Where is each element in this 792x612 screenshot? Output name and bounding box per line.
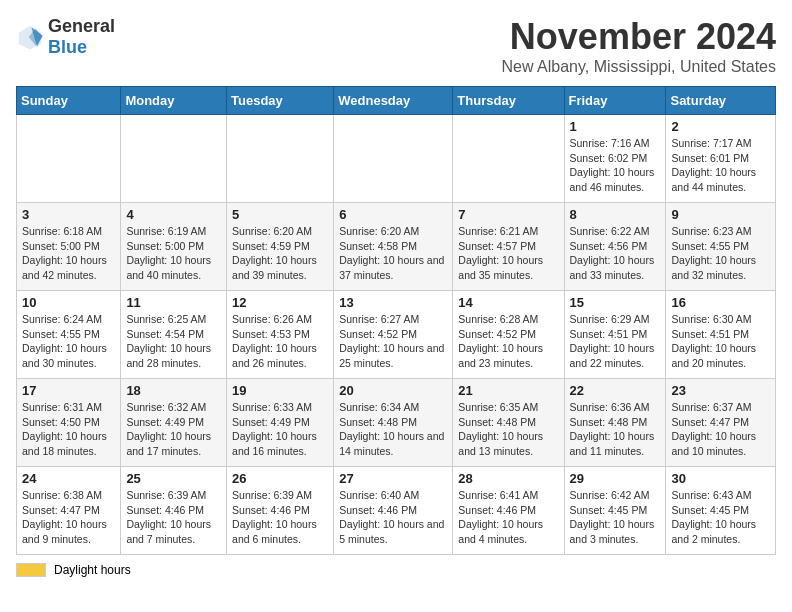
day-number: 29 — [570, 471, 661, 486]
calendar-cell: 18Sunrise: 6:32 AM Sunset: 4:49 PM Dayli… — [121, 379, 227, 467]
calendar-cell: 16Sunrise: 6:30 AM Sunset: 4:51 PM Dayli… — [666, 291, 776, 379]
calendar-cell: 12Sunrise: 6:26 AM Sunset: 4:53 PM Dayli… — [227, 291, 334, 379]
day-number: 14 — [458, 295, 558, 310]
day-info: Sunrise: 6:38 AM Sunset: 4:47 PM Dayligh… — [22, 488, 115, 547]
calendar-cell: 26Sunrise: 6:39 AM Sunset: 4:46 PM Dayli… — [227, 467, 334, 555]
day-info: Sunrise: 7:16 AM Sunset: 6:02 PM Dayligh… — [570, 136, 661, 195]
day-info: Sunrise: 6:37 AM Sunset: 4:47 PM Dayligh… — [671, 400, 770, 459]
day-number: 10 — [22, 295, 115, 310]
day-number: 26 — [232, 471, 328, 486]
calendar-cell: 30Sunrise: 6:43 AM Sunset: 4:45 PM Dayli… — [666, 467, 776, 555]
calendar-cell: 3Sunrise: 6:18 AM Sunset: 5:00 PM Daylig… — [17, 203, 121, 291]
day-number: 2 — [671, 119, 770, 134]
day-info: Sunrise: 6:34 AM Sunset: 4:48 PM Dayligh… — [339, 400, 447, 459]
day-info: Sunrise: 6:27 AM Sunset: 4:52 PM Dayligh… — [339, 312, 447, 371]
day-info: Sunrise: 6:33 AM Sunset: 4:49 PM Dayligh… — [232, 400, 328, 459]
day-number: 19 — [232, 383, 328, 398]
day-number: 25 — [126, 471, 221, 486]
calendar-day-header: Wednesday — [334, 87, 453, 115]
calendar-cell — [17, 115, 121, 203]
calendar-cell: 15Sunrise: 6:29 AM Sunset: 4:51 PM Dayli… — [564, 291, 666, 379]
logo-text: General Blue — [48, 16, 115, 58]
day-number: 4 — [126, 207, 221, 222]
calendar-day-header: Friday — [564, 87, 666, 115]
calendar-cell: 22Sunrise: 6:36 AM Sunset: 4:48 PM Dayli… — [564, 379, 666, 467]
calendar-day-header: Sunday — [17, 87, 121, 115]
day-info: Sunrise: 6:28 AM Sunset: 4:52 PM Dayligh… — [458, 312, 558, 371]
day-number: 3 — [22, 207, 115, 222]
day-info: Sunrise: 6:23 AM Sunset: 4:55 PM Dayligh… — [671, 224, 770, 283]
page-header: General Blue November 2024 New Albany, M… — [16, 16, 776, 76]
calendar-cell: 25Sunrise: 6:39 AM Sunset: 4:46 PM Dayli… — [121, 467, 227, 555]
day-number: 18 — [126, 383, 221, 398]
day-info: Sunrise: 6:39 AM Sunset: 4:46 PM Dayligh… — [126, 488, 221, 547]
calendar-cell — [227, 115, 334, 203]
day-info: Sunrise: 6:29 AM Sunset: 4:51 PM Dayligh… — [570, 312, 661, 371]
day-number: 17 — [22, 383, 115, 398]
calendar-day-header: Thursday — [453, 87, 564, 115]
month-title: November 2024 — [502, 16, 776, 58]
day-info: Sunrise: 7:17 AM Sunset: 6:01 PM Dayligh… — [671, 136, 770, 195]
location-subtitle: New Albany, Mississippi, United States — [502, 58, 776, 76]
logo-general: General — [48, 16, 115, 36]
day-info: Sunrise: 6:40 AM Sunset: 4:46 PM Dayligh… — [339, 488, 447, 547]
calendar-cell: 19Sunrise: 6:33 AM Sunset: 4:49 PM Dayli… — [227, 379, 334, 467]
calendar-cell: 6Sunrise: 6:20 AM Sunset: 4:58 PM Daylig… — [334, 203, 453, 291]
day-info: Sunrise: 6:26 AM Sunset: 4:53 PM Dayligh… — [232, 312, 328, 371]
day-number: 30 — [671, 471, 770, 486]
calendar-cell: 21Sunrise: 6:35 AM Sunset: 4:48 PM Dayli… — [453, 379, 564, 467]
calendar-cell: 20Sunrise: 6:34 AM Sunset: 4:48 PM Dayli… — [334, 379, 453, 467]
calendar-cell: 29Sunrise: 6:42 AM Sunset: 4:45 PM Dayli… — [564, 467, 666, 555]
day-number: 23 — [671, 383, 770, 398]
calendar-week-row: 1Sunrise: 7:16 AM Sunset: 6:02 PM Daylig… — [17, 115, 776, 203]
day-number: 28 — [458, 471, 558, 486]
logo-blue: Blue — [48, 37, 87, 57]
day-info: Sunrise: 6:24 AM Sunset: 4:55 PM Dayligh… — [22, 312, 115, 371]
calendar-header-row: SundayMondayTuesdayWednesdayThursdayFrid… — [17, 87, 776, 115]
day-number: 21 — [458, 383, 558, 398]
calendar-week-row: 10Sunrise: 6:24 AM Sunset: 4:55 PM Dayli… — [17, 291, 776, 379]
day-number: 22 — [570, 383, 661, 398]
calendar-week-row: 17Sunrise: 6:31 AM Sunset: 4:50 PM Dayli… — [17, 379, 776, 467]
calendar-cell: 14Sunrise: 6:28 AM Sunset: 4:52 PM Dayli… — [453, 291, 564, 379]
legend-daylight-label: Daylight hours — [54, 563, 131, 577]
legend-daylight-swatch — [16, 563, 46, 577]
day-info: Sunrise: 6:43 AM Sunset: 4:45 PM Dayligh… — [671, 488, 770, 547]
calendar-cell — [453, 115, 564, 203]
legend: Daylight hours — [16, 563, 776, 577]
day-number: 6 — [339, 207, 447, 222]
day-number: 11 — [126, 295, 221, 310]
day-number: 7 — [458, 207, 558, 222]
calendar-cell: 8Sunrise: 6:22 AM Sunset: 4:56 PM Daylig… — [564, 203, 666, 291]
logo: General Blue — [16, 16, 115, 58]
calendar-cell: 10Sunrise: 6:24 AM Sunset: 4:55 PM Dayli… — [17, 291, 121, 379]
calendar-table: SundayMondayTuesdayWednesdayThursdayFrid… — [16, 86, 776, 555]
day-info: Sunrise: 6:32 AM Sunset: 4:49 PM Dayligh… — [126, 400, 221, 459]
calendar-cell: 17Sunrise: 6:31 AM Sunset: 4:50 PM Dayli… — [17, 379, 121, 467]
day-info: Sunrise: 6:25 AM Sunset: 4:54 PM Dayligh… — [126, 312, 221, 371]
calendar-cell: 11Sunrise: 6:25 AM Sunset: 4:54 PM Dayli… — [121, 291, 227, 379]
day-number: 24 — [22, 471, 115, 486]
day-number: 12 — [232, 295, 328, 310]
day-info: Sunrise: 6:22 AM Sunset: 4:56 PM Dayligh… — [570, 224, 661, 283]
calendar-week-row: 3Sunrise: 6:18 AM Sunset: 5:00 PM Daylig… — [17, 203, 776, 291]
day-info: Sunrise: 6:35 AM Sunset: 4:48 PM Dayligh… — [458, 400, 558, 459]
day-info: Sunrise: 6:42 AM Sunset: 4:45 PM Dayligh… — [570, 488, 661, 547]
title-section: November 2024 New Albany, Mississippi, U… — [502, 16, 776, 76]
day-number: 20 — [339, 383, 447, 398]
day-number: 15 — [570, 295, 661, 310]
day-number: 13 — [339, 295, 447, 310]
calendar-day-header: Monday — [121, 87, 227, 115]
calendar-cell: 27Sunrise: 6:40 AM Sunset: 4:46 PM Dayli… — [334, 467, 453, 555]
calendar-cell: 1Sunrise: 7:16 AM Sunset: 6:02 PM Daylig… — [564, 115, 666, 203]
calendar-cell: 13Sunrise: 6:27 AM Sunset: 4:52 PM Dayli… — [334, 291, 453, 379]
calendar-cell: 2Sunrise: 7:17 AM Sunset: 6:01 PM Daylig… — [666, 115, 776, 203]
day-info: Sunrise: 6:36 AM Sunset: 4:48 PM Dayligh… — [570, 400, 661, 459]
day-info: Sunrise: 6:30 AM Sunset: 4:51 PM Dayligh… — [671, 312, 770, 371]
calendar-cell — [121, 115, 227, 203]
day-info: Sunrise: 6:18 AM Sunset: 5:00 PM Dayligh… — [22, 224, 115, 283]
calendar-cell: 24Sunrise: 6:38 AM Sunset: 4:47 PM Dayli… — [17, 467, 121, 555]
calendar-cell — [334, 115, 453, 203]
day-info: Sunrise: 6:20 AM Sunset: 4:59 PM Dayligh… — [232, 224, 328, 283]
day-number: 27 — [339, 471, 447, 486]
